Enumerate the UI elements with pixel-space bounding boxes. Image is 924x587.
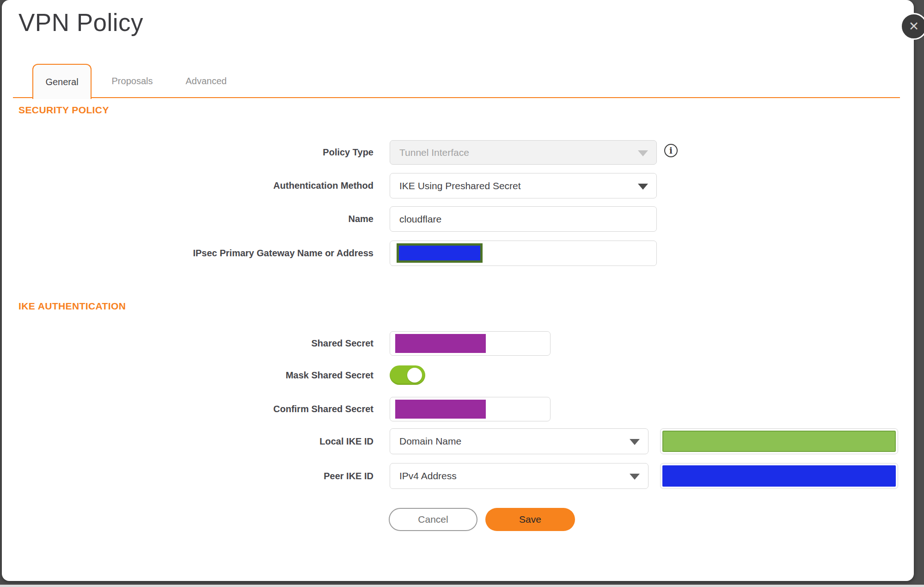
cancel-button[interactable]: Cancel: [389, 508, 477, 531]
tab-advanced-label: Advanced: [186, 76, 227, 87]
save-button[interactable]: Save: [485, 508, 575, 531]
confirm-shared-secret-value-redaction: [395, 400, 486, 419]
local-ike-id-value-redaction: [662, 431, 896, 452]
backdrop-bottom-strip: [0, 585, 924, 587]
field-row-confirm-shared-secret: Confirm Shared Secret: [2, 397, 914, 421]
policy-type-value: Tunnel Interface: [390, 147, 469, 158]
local-ike-id-input[interactable]: [660, 428, 898, 454]
field-row-mask-shared-secret: Mask Shared Secret: [2, 365, 914, 385]
chevron-down-icon: [638, 184, 648, 190]
chevron-down-icon: [630, 474, 640, 480]
vpn-policy-dialog: VPN Policy General Proposals Advanced SE…: [2, 0, 914, 581]
peer-ike-id-select[interactable]: IPv4 Address: [390, 463, 649, 489]
name-label: Name: [2, 206, 373, 232]
tab-proposals[interactable]: Proposals: [103, 64, 162, 98]
policy-type-select: Tunnel Interface: [390, 140, 657, 165]
chevron-down-icon: [630, 439, 640, 445]
shared-secret-label: Shared Secret: [2, 331, 373, 356]
close-icon[interactable]: ✕: [900, 13, 924, 40]
tab-bar: General Proposals Advanced: [2, 64, 914, 98]
policy-type-label: Policy Type: [2, 140, 373, 165]
field-row-authentication-method: Authentication Method IKE Using Preshare…: [2, 173, 914, 198]
gateway-label: IPsec Primary Gateway Name or Address: [2, 241, 373, 266]
info-icon[interactable]: i: [664, 144, 678, 157]
shared-secret-value-redaction: [395, 334, 486, 353]
field-row-shared-secret: Shared Secret: [2, 331, 914, 356]
chevron-down-icon: [638, 150, 648, 156]
tab-advanced[interactable]: Advanced: [177, 64, 236, 98]
confirm-shared-secret-input[interactable]: [390, 397, 551, 421]
local-ike-id-select[interactable]: Domain Name: [390, 428, 649, 454]
local-ike-id-type: Domain Name: [390, 436, 461, 447]
tab-general[interactable]: General: [32, 64, 92, 99]
authentication-method-select[interactable]: IKE Using Preshared Secret: [390, 173, 657, 198]
confirm-shared-secret-label: Confirm Shared Secret: [2, 397, 373, 421]
field-row-gateway: IPsec Primary Gateway Name or Address: [2, 241, 914, 266]
name-input-value: cloudflare: [390, 214, 441, 225]
authentication-method-value: IKE Using Preshared Secret: [390, 180, 521, 192]
peer-ike-id-type: IPv4 Address: [390, 470, 457, 482]
mask-shared-secret-toggle[interactable]: [390, 365, 425, 385]
save-button-label: Save: [519, 514, 541, 525]
cancel-button-label: Cancel: [418, 514, 448, 525]
peer-ike-id-label: Peer IKE ID: [2, 463, 373, 489]
security-policy-heading: SECURITY POLICY: [18, 105, 109, 116]
tab-proposals-label: Proposals: [112, 76, 153, 87]
ike-authentication-heading: IKE AUTHENTICATION: [18, 301, 126, 312]
field-row-peer-ike-id: Peer IKE ID IPv4 Address: [2, 463, 914, 489]
field-row-name: Name cloudflare: [2, 206, 914, 232]
authentication-method-label: Authentication Method: [2, 173, 373, 198]
peer-ike-id-input[interactable]: [660, 463, 898, 489]
toggle-knob: [407, 368, 422, 383]
field-row-local-ike-id: Local IKE ID Domain Name: [2, 428, 914, 454]
button-row: Cancel Save: [2, 508, 914, 531]
gateway-value-redaction: [397, 243, 483, 263]
peer-ike-id-value-redaction: [662, 465, 896, 487]
field-row-policy-type: Policy Type Tunnel Interface i: [2, 140, 914, 165]
shared-secret-input[interactable]: [390, 331, 551, 356]
gateway-input[interactable]: [390, 241, 657, 266]
page-title: VPN Policy: [18, 8, 143, 37]
mask-shared-secret-label: Mask Shared Secret: [2, 365, 373, 385]
screen: VPN Policy General Proposals Advanced SE…: [0, 0, 924, 587]
tab-general-label: General: [45, 77, 78, 87]
local-ike-id-label: Local IKE ID: [2, 428, 373, 454]
name-input[interactable]: cloudflare: [390, 206, 657, 232]
